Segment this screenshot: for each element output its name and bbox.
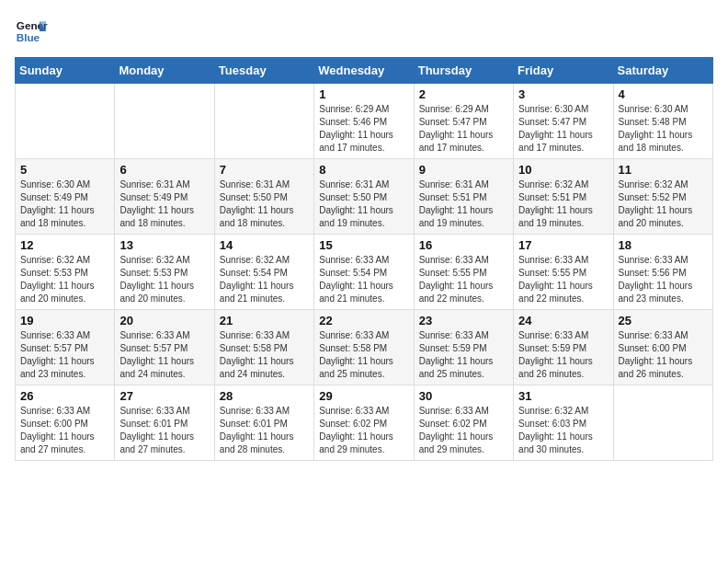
calendar-cell: 23Sunrise: 6:33 AM Sunset: 5:59 PM Dayli… bbox=[414, 310, 513, 385]
day-info: Sunrise: 6:31 AM Sunset: 5:50 PM Dayligh… bbox=[319, 178, 408, 230]
calendar-cell: 26Sunrise: 6:33 AM Sunset: 6:00 PM Dayli… bbox=[16, 385, 115, 461]
page-header: General Blue bbox=[15, 15, 713, 48]
day-info: Sunrise: 6:33 AM Sunset: 5:56 PM Dayligh… bbox=[619, 254, 708, 305]
day-info: Sunrise: 6:31 AM Sunset: 5:49 PM Dayligh… bbox=[119, 178, 209, 230]
weekday-header-row: SundayMondayTuesdayWednesdayThursdayFrid… bbox=[16, 58, 713, 84]
calendar-week-2: 5Sunrise: 6:30 AM Sunset: 5:49 PM Daylig… bbox=[16, 159, 713, 235]
day-number: 30 bbox=[419, 389, 508, 403]
day-info: Sunrise: 6:32 AM Sunset: 5:53 PM Dayligh… bbox=[20, 254, 109, 305]
day-info: Sunrise: 6:33 AM Sunset: 6:01 PM Dayligh… bbox=[220, 405, 309, 456]
day-info: Sunrise: 6:33 AM Sunset: 5:55 PM Dayligh… bbox=[518, 254, 608, 305]
calendar-cell: 19Sunrise: 6:33 AM Sunset: 5:57 PM Dayli… bbox=[16, 310, 115, 385]
calendar-week-3: 12Sunrise: 6:32 AM Sunset: 5:53 PM Dayli… bbox=[16, 235, 713, 310]
weekday-header-saturday: Saturday bbox=[613, 58, 712, 84]
calendar-cell: 15Sunrise: 6:33 AM Sunset: 5:54 PM Dayli… bbox=[314, 235, 414, 310]
calendar-cell: 27Sunrise: 6:33 AM Sunset: 6:01 PM Dayli… bbox=[115, 385, 214, 461]
weekday-header-monday: Monday bbox=[115, 58, 214, 84]
calendar-cell: 4Sunrise: 6:30 AM Sunset: 5:48 PM Daylig… bbox=[613, 84, 712, 159]
day-number: 20 bbox=[119, 314, 209, 327]
calendar-cell: 28Sunrise: 6:33 AM Sunset: 6:01 PM Dayli… bbox=[214, 385, 313, 461]
calendar-cell: 16Sunrise: 6:33 AM Sunset: 5:55 PM Dayli… bbox=[414, 235, 513, 310]
day-info: Sunrise: 6:33 AM Sunset: 5:57 PM Dayligh… bbox=[119, 329, 209, 381]
day-info: Sunrise: 6:33 AM Sunset: 6:02 PM Dayligh… bbox=[319, 405, 408, 456]
weekday-header-thursday: Thursday bbox=[414, 58, 513, 84]
calendar-cell: 31Sunrise: 6:32 AM Sunset: 6:03 PM Dayli… bbox=[514, 385, 613, 461]
day-info: Sunrise: 6:29 AM Sunset: 5:46 PM Dayligh… bbox=[319, 103, 408, 155]
day-info: Sunrise: 6:33 AM Sunset: 6:01 PM Dayligh… bbox=[119, 405, 209, 456]
calendar-cell: 17Sunrise: 6:33 AM Sunset: 5:55 PM Dayli… bbox=[514, 235, 613, 310]
calendar-cell: 14Sunrise: 6:32 AM Sunset: 5:54 PM Dayli… bbox=[214, 235, 313, 310]
day-info: Sunrise: 6:33 AM Sunset: 5:58 PM Dayligh… bbox=[220, 329, 309, 381]
day-number: 19 bbox=[20, 314, 109, 327]
day-info: Sunrise: 6:33 AM Sunset: 5:59 PM Dayligh… bbox=[518, 329, 608, 381]
day-info: Sunrise: 6:31 AM Sunset: 5:50 PM Dayligh… bbox=[220, 178, 309, 230]
day-number: 24 bbox=[518, 314, 608, 327]
calendar-cell: 25Sunrise: 6:33 AM Sunset: 6:00 PM Dayli… bbox=[613, 310, 712, 385]
calendar-cell: 2Sunrise: 6:29 AM Sunset: 5:47 PM Daylig… bbox=[414, 84, 513, 159]
day-info: Sunrise: 6:32 AM Sunset: 5:54 PM Dayligh… bbox=[220, 254, 309, 305]
day-info: Sunrise: 6:32 AM Sunset: 6:03 PM Dayligh… bbox=[518, 405, 608, 456]
day-number: 13 bbox=[119, 238, 209, 252]
calendar-cell: 29Sunrise: 6:33 AM Sunset: 6:02 PM Dayli… bbox=[314, 385, 414, 461]
day-number: 3 bbox=[518, 87, 608, 101]
calendar-cell: 10Sunrise: 6:32 AM Sunset: 5:51 PM Dayli… bbox=[514, 159, 613, 235]
day-number: 28 bbox=[220, 389, 309, 403]
day-number: 8 bbox=[319, 163, 408, 177]
calendar-cell: 6Sunrise: 6:31 AM Sunset: 5:49 PM Daylig… bbox=[115, 159, 214, 235]
day-number: 5 bbox=[20, 163, 109, 177]
day-info: Sunrise: 6:29 AM Sunset: 5:47 PM Dayligh… bbox=[419, 103, 508, 155]
calendar-week-5: 26Sunrise: 6:33 AM Sunset: 6:00 PM Dayli… bbox=[16, 385, 713, 461]
calendar-cell bbox=[214, 84, 313, 159]
day-info: Sunrise: 6:33 AM Sunset: 6:00 PM Dayligh… bbox=[619, 329, 708, 381]
day-number: 21 bbox=[220, 314, 309, 327]
day-info: Sunrise: 6:33 AM Sunset: 5:54 PM Dayligh… bbox=[319, 254, 408, 305]
day-number: 25 bbox=[619, 314, 708, 327]
calendar-cell: 1Sunrise: 6:29 AM Sunset: 5:46 PM Daylig… bbox=[314, 84, 414, 159]
day-info: Sunrise: 6:33 AM Sunset: 6:02 PM Dayligh… bbox=[419, 405, 508, 456]
weekday-header-friday: Friday bbox=[514, 58, 613, 84]
day-number: 6 bbox=[119, 163, 209, 177]
logo-icon: General Blue bbox=[15, 15, 48, 48]
day-info: Sunrise: 6:33 AM Sunset: 6:00 PM Dayligh… bbox=[20, 405, 109, 456]
day-number: 29 bbox=[319, 389, 408, 403]
day-number: 1 bbox=[319, 87, 408, 101]
calendar-cell: 8Sunrise: 6:31 AM Sunset: 5:50 PM Daylig… bbox=[314, 159, 414, 235]
day-info: Sunrise: 6:33 AM Sunset: 5:57 PM Dayligh… bbox=[20, 329, 109, 381]
weekday-header-tuesday: Tuesday bbox=[214, 58, 313, 84]
calendar-cell: 5Sunrise: 6:30 AM Sunset: 5:49 PM Daylig… bbox=[16, 159, 115, 235]
calendar-cell: 3Sunrise: 6:30 AM Sunset: 5:47 PM Daylig… bbox=[514, 84, 613, 159]
calendar-cell bbox=[115, 84, 214, 159]
day-number: 2 bbox=[419, 87, 508, 101]
day-info: Sunrise: 6:32 AM Sunset: 5:52 PM Dayligh… bbox=[619, 178, 708, 230]
day-info: Sunrise: 6:30 AM Sunset: 5:48 PM Dayligh… bbox=[619, 103, 708, 155]
day-info: Sunrise: 6:32 AM Sunset: 5:51 PM Dayligh… bbox=[518, 178, 608, 230]
day-info: Sunrise: 6:30 AM Sunset: 5:49 PM Dayligh… bbox=[20, 178, 109, 230]
calendar-week-4: 19Sunrise: 6:33 AM Sunset: 5:57 PM Dayli… bbox=[16, 310, 713, 385]
day-info: Sunrise: 6:30 AM Sunset: 5:47 PM Dayligh… bbox=[518, 103, 608, 155]
svg-text:Blue: Blue bbox=[17, 31, 40, 43]
calendar-cell bbox=[613, 385, 712, 461]
day-info: Sunrise: 6:33 AM Sunset: 5:55 PM Dayligh… bbox=[419, 254, 508, 305]
calendar-cell: 22Sunrise: 6:33 AM Sunset: 5:58 PM Dayli… bbox=[314, 310, 414, 385]
calendar-cell: 13Sunrise: 6:32 AM Sunset: 5:53 PM Dayli… bbox=[115, 235, 214, 310]
calendar-week-1: 1Sunrise: 6:29 AM Sunset: 5:46 PM Daylig… bbox=[16, 84, 713, 159]
calendar-cell: 20Sunrise: 6:33 AM Sunset: 5:57 PM Dayli… bbox=[115, 310, 214, 385]
day-number: 15 bbox=[319, 238, 408, 252]
day-number: 23 bbox=[419, 314, 508, 327]
weekday-header-wednesday: Wednesday bbox=[314, 58, 414, 84]
logo: General Blue bbox=[15, 15, 48, 48]
day-number: 7 bbox=[220, 163, 309, 177]
calendar-cell: 21Sunrise: 6:33 AM Sunset: 5:58 PM Dayli… bbox=[214, 310, 313, 385]
day-number: 14 bbox=[220, 238, 309, 252]
day-number: 4 bbox=[619, 87, 708, 101]
calendar-cell bbox=[16, 84, 115, 159]
calendar-cell: 12Sunrise: 6:32 AM Sunset: 5:53 PM Dayli… bbox=[16, 235, 115, 310]
day-info: Sunrise: 6:31 AM Sunset: 5:51 PM Dayligh… bbox=[419, 178, 508, 230]
day-number: 27 bbox=[119, 389, 209, 403]
day-number: 31 bbox=[518, 389, 608, 403]
calendar-cell: 24Sunrise: 6:33 AM Sunset: 5:59 PM Dayli… bbox=[514, 310, 613, 385]
day-number: 16 bbox=[419, 238, 508, 252]
day-info: Sunrise: 6:32 AM Sunset: 5:53 PM Dayligh… bbox=[119, 254, 209, 305]
day-number: 26 bbox=[20, 389, 109, 403]
calendar-cell: 11Sunrise: 6:32 AM Sunset: 5:52 PM Dayli… bbox=[613, 159, 712, 235]
